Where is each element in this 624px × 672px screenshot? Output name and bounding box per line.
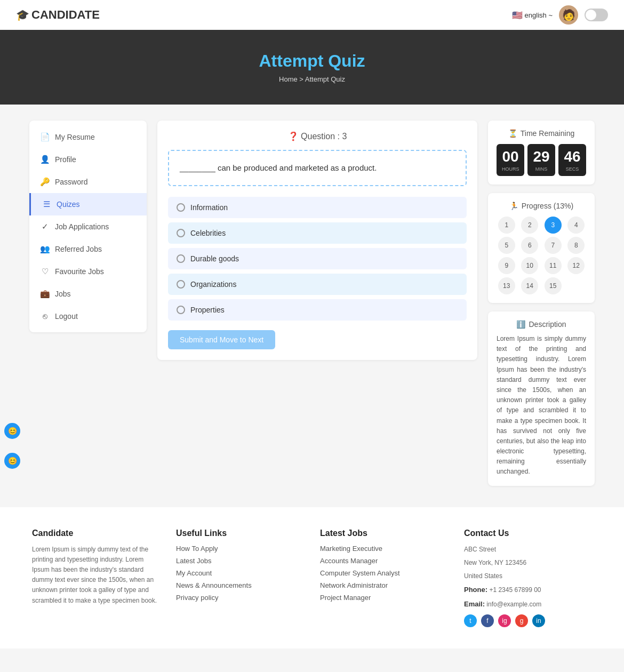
breadcrumb-home[interactable]: Home (279, 75, 298, 83)
progress-num-5[interactable]: 5 (498, 237, 515, 254)
option-radio-3[interactable] (177, 254, 185, 263)
sidebar-item-profile[interactable]: 👤 Profile (29, 148, 147, 171)
footer-text-candidate: Lorem Ipsum is simply dummy text of the … (32, 545, 160, 606)
timer-mins: 29 MINS (527, 144, 555, 176)
avatar[interactable]: 🧑 (559, 5, 578, 25)
footer-link-computer[interactable]: Computer System Analyst (320, 569, 448, 577)
sidebar-label-profile: Profile (55, 155, 76, 164)
instagram-icon[interactable]: ig (498, 614, 511, 627)
phone-value: +1 2345 67899 00 (489, 586, 541, 594)
sidebar-item-jobs[interactable]: 💼 Jobs (29, 283, 147, 305)
option-text-2: Celebrities (190, 229, 226, 237)
progress-num-2[interactable]: 2 (521, 217, 538, 234)
progress-num-13[interactable]: 13 (498, 277, 515, 294)
language-selector[interactable]: 🇺🇸 english ~ (512, 10, 553, 20)
facebook-icon[interactable]: f (481, 614, 494, 627)
phone-label: Phone: (464, 586, 487, 594)
footer-link-privacy[interactable]: Privacy policy (176, 594, 304, 602)
progress-num-11[interactable]: 11 (545, 257, 562, 274)
sidebar-label-favourite-jobs: Favourite Jobs (55, 267, 104, 276)
option-radio-4[interactable] (177, 280, 185, 289)
footer-link-project[interactable]: Project Manager (320, 594, 448, 602)
option-row-information[interactable]: Information (168, 197, 467, 218)
option-row-organizations[interactable]: Organizations (168, 274, 467, 295)
linkedin-icon[interactable]: in (532, 614, 545, 627)
progress-num-7[interactable]: 7 (545, 237, 562, 254)
flag-icon: 🇺🇸 (512, 10, 523, 20)
footer-col-candidate: Candidate Lorem Ipsum is simply dummy te… (32, 529, 160, 627)
progress-num-6[interactable]: 6 (521, 237, 538, 254)
progress-num-10[interactable]: 10 (521, 257, 538, 274)
logo: 🎓 CANDIDATE (16, 8, 100, 22)
progress-title: 🏃 Progress (13%) (497, 202, 586, 210)
sidebar-label-jobs: Jobs (55, 290, 71, 298)
timer-card: ⏳ Time Remaining 00 HOURS 29 MINS 46 SEC… (488, 121, 595, 185)
google-icon[interactable]: g (515, 614, 528, 627)
option-row-celebrities[interactable]: Celebrities (168, 222, 467, 244)
theme-toggle[interactable] (585, 9, 608, 21)
footer-address2: New York, NY 123456 (464, 558, 592, 568)
progress-num-15[interactable]: 15 (545, 277, 562, 294)
quiz-panel: ❓ Question : 3 ________ can be produced … (157, 121, 477, 360)
timer-display: 00 HOURS 29 MINS 46 SECS (497, 144, 586, 176)
lang-label: english ~ (525, 11, 553, 19)
email-label: Email: (464, 600, 485, 608)
timer-hours: 00 HOURS (497, 144, 524, 176)
sidebar-item-password[interactable]: 🔑 Password (29, 171, 147, 193)
footer-address3: United States (464, 571, 592, 581)
footer-address1: ABC Street (464, 545, 592, 555)
progress-num-1[interactable]: 1 (498, 217, 515, 234)
option-radio-1[interactable] (177, 203, 185, 212)
progress-num-12[interactable]: 12 (567, 257, 585, 274)
sidebar-item-referred-jobs[interactable]: 👥 Referred Jobs (29, 238, 147, 260)
option-radio-5[interactable] (177, 306, 185, 314)
question-icon: ❓ (288, 132, 299, 141)
referred-icon: 👥 (40, 244, 50, 254)
footer-link-my-account[interactable]: My Account (176, 569, 304, 577)
key-icon: 🔑 (40, 177, 50, 187)
sidebar-item-my-resume[interactable]: 📄 My Resume (29, 126, 147, 148)
sidebar-item-logout[interactable]: ⎋ Logout (29, 305, 147, 327)
logout-icon: ⎋ (40, 311, 50, 321)
logo-text: CANDIDATE (31, 8, 100, 22)
logo-icon: 🎓 (16, 9, 29, 21)
footer-heading-candidate: Candidate (32, 529, 160, 538)
footer-link-how-to-apply[interactable]: How To Apply (176, 545, 304, 553)
quiz-question-text: ________ can be produced and marketed as… (180, 163, 377, 172)
float-bubble-2[interactable]: 😊 (4, 453, 20, 469)
hero-banner: Attempt Quiz Home > Attempt Quiz (0, 30, 624, 105)
progress-num-9[interactable]: 9 (498, 257, 515, 274)
option-radio-2[interactable] (177, 229, 185, 237)
timer-title: ⏳ Time Remaining (497, 129, 586, 138)
sidebar-item-favourite-jobs[interactable]: ♡ Favourite Jobs (29, 260, 147, 283)
sidebar-label-password: Password (55, 178, 87, 186)
timer-secs: 46 SECS (558, 144, 586, 176)
option-row-durable-goods[interactable]: Durable goods (168, 248, 467, 269)
footer-link-network[interactable]: Network Administrator (320, 581, 448, 589)
progress-num-3[interactable]: 3 (545, 217, 562, 234)
footer-link-news[interactable]: News & Announcements (176, 581, 304, 589)
footer-link-latest-jobs[interactable]: Latest Jobs (176, 557, 304, 565)
progress-num-4[interactable]: 4 (567, 217, 585, 234)
footer-phone: Phone: +1 2345 67899 00 (464, 585, 592, 596)
sidebar-item-job-applications[interactable]: ✓ Job Applications (29, 215, 147, 238)
sidebar-label-logout: Logout (55, 312, 78, 321)
float-bubble-1[interactable]: 😊 (4, 423, 20, 439)
footer-col-contact: Contact Us ABC Street New York, NY 12345… (464, 529, 592, 627)
right-panel: ⏳ Time Remaining 00 HOURS 29 MINS 46 SEC… (488, 121, 595, 486)
submit-button[interactable]: Submit and Move to Next (168, 330, 275, 349)
footer-link-accounts[interactable]: Accounts Manager (320, 557, 448, 565)
document-icon: 📄 (40, 132, 50, 142)
option-row-properties[interactable]: Properties (168, 299, 467, 321)
footer-link-marketing[interactable]: Marketing Executive (320, 545, 448, 553)
twitter-icon[interactable]: t (464, 614, 477, 627)
footer-heading-latest-jobs: Latest Jobs (320, 529, 448, 538)
footer-heading-contact: Contact Us (464, 529, 592, 538)
page-title: Attempt Quiz (11, 51, 613, 71)
desc-text: Lorem Ipsum is simply dummy text of the … (497, 334, 586, 477)
progress-num-8[interactable]: 8 (567, 237, 585, 254)
sidebar-item-quizes[interactable]: ☰ Quizes (29, 193, 147, 215)
main-container: 📄 My Resume 👤 Profile 🔑 Password ☰ Quize… (19, 121, 605, 486)
timer-icon: ⏳ (508, 129, 517, 138)
progress-num-14[interactable]: 14 (521, 277, 538, 294)
